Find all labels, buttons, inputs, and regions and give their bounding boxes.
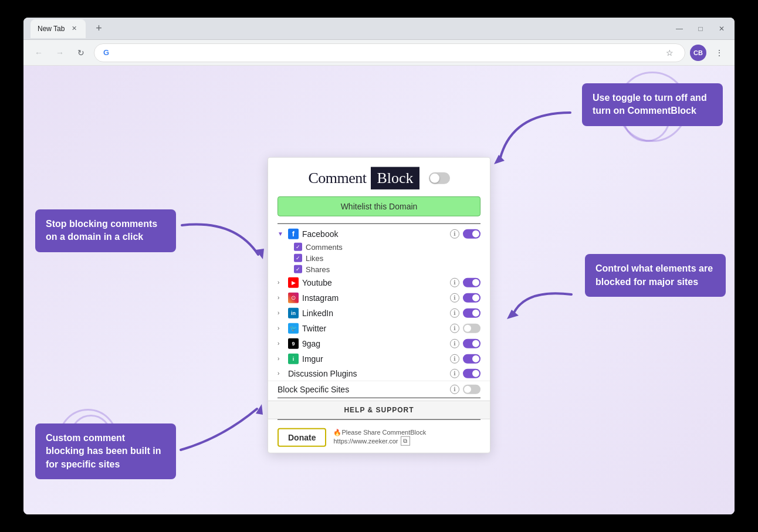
discussion-expand-arrow: › <box>278 370 285 377</box>
instagram-icon: ⊙ <box>288 292 299 303</box>
instagram-info-icon[interactable]: ℹ <box>450 293 459 302</box>
copy-icon[interactable]: ⧉ <box>401 436 410 446</box>
browser-menu-button[interactable]: ⋮ <box>711 45 727 61</box>
9gag-icon: 9 <box>288 338 299 348</box>
facebook-likes-item[interactable]: ✓ Likes <box>294 252 485 263</box>
comments-checkbox[interactable]: ✓ <box>294 243 302 251</box>
linkedin-toggle[interactable] <box>463 308 480 317</box>
likes-checkbox[interactable]: ✓ <box>294 254 302 262</box>
discussion-info-icon[interactable]: ℹ <box>450 368 459 378</box>
new-tab-button[interactable]: + <box>90 21 107 37</box>
facebook-comments-item[interactable]: ✓ Comments <box>294 241 485 252</box>
twitter-expand-arrow: › <box>278 325 285 331</box>
imgur-toggle[interactable] <box>463 354 480 363</box>
refresh-button[interactable]: ↻ <box>73 45 89 61</box>
footer-divider <box>278 419 480 419</box>
share-link: https://www.zeeker.cor ⧉ <box>333 436 426 446</box>
imgur-label: Imgur <box>302 354 446 363</box>
site-row-facebook[interactable]: ▼ f Facebook ℹ <box>273 226 485 241</box>
linkedin-label: LinkedIn <box>302 308 446 317</box>
active-tab[interactable]: New Tab ✕ <box>31 19 86 38</box>
close-button[interactable]: ✕ <box>716 23 727 35</box>
discussion-toggle[interactable] <box>463 368 480 378</box>
youtube-icon: ▶ <box>288 277 299 287</box>
arrow-whitelist <box>176 214 282 272</box>
extension-avatar[interactable]: CB <box>690 45 706 61</box>
back-button[interactable]: ← <box>31 45 47 61</box>
site-row-instagram[interactable]: › ⊙ Instagram ℹ <box>273 290 485 305</box>
tooltip-control-text: Control what elements are blocked for ma… <box>595 263 713 286</box>
tab-close-button[interactable]: ✕ <box>69 24 79 33</box>
popup-header: Comment Block <box>268 157 490 194</box>
minimize-button[interactable]: — <box>674 23 685 35</box>
shares-label: Shares <box>306 265 330 273</box>
discussion-label: Discussion Plugins <box>288 368 446 378</box>
block-specific-info-icon[interactable]: ℹ <box>450 384 459 394</box>
bookmark-icon[interactable]: ☆ <box>661 45 678 61</box>
instagram-expand-arrow: › <box>278 294 285 301</box>
tooltip-custom-text: Custom comment blocking has been built i… <box>46 433 161 469</box>
facebook-expand-arrow: ▼ <box>278 231 285 237</box>
youtube-label: Youtube <box>302 277 446 287</box>
window-controls: — □ ✕ <box>674 23 727 35</box>
tooltip-toggle: Use toggle to turn off and turn on Comme… <box>582 83 723 126</box>
shares-checkbox[interactable]: ✓ <box>294 265 302 273</box>
tab-title: New Tab <box>38 25 65 33</box>
facebook-toggle[interactable] <box>463 229 480 238</box>
svg-marker-0 <box>494 155 505 164</box>
9gag-label: 9gag <box>302 338 446 348</box>
donate-button[interactable]: Donate <box>278 428 326 446</box>
svg-marker-1 <box>507 310 519 319</box>
page-content: Comment Block Whitelist this Domain ▼ f … <box>23 66 735 514</box>
facebook-info-icon[interactable]: ℹ <box>450 229 459 238</box>
site-list: ▼ f Facebook ℹ ✓ Comments ✓ Likes <box>268 226 490 380</box>
arrow-control <box>489 277 583 324</box>
svg-marker-2 <box>256 249 264 259</box>
tooltip-toggle-text: Use toggle to turn off and turn on Comme… <box>593 93 707 116</box>
youtube-expand-arrow: › <box>278 279 285 286</box>
help-support-section[interactable]: HELP & SUPPORT <box>268 400 490 419</box>
twitter-info-icon[interactable]: ℹ <box>450 323 459 333</box>
tooltip-custom: Custom comment blocking has been built i… <box>35 423 176 479</box>
linkedin-expand-arrow: › <box>278 310 285 316</box>
tooltip-control: Control what elements are blocked for ma… <box>585 254 726 297</box>
facebook-label: Facebook <box>302 229 446 238</box>
extension-popup: Comment Block Whitelist this Domain ▼ f … <box>268 157 490 453</box>
block-specific-row[interactable]: Block Specific Sites ℹ <box>268 380 490 397</box>
toolbar: ← → ↻ G ☆ CB ⋮ <box>23 40 735 66</box>
linkedin-icon: in <box>288 307 299 318</box>
9gag-info-icon[interactable]: ℹ <box>450 338 459 348</box>
imgur-info-icon[interactable]: ℹ <box>450 354 459 363</box>
tooltip-whitelist-text: Stop blocking comments on a domain in a … <box>46 219 157 242</box>
site-row-youtube[interactable]: › ▶ Youtube ℹ <box>273 275 485 290</box>
top-divider <box>278 223 480 223</box>
linkedin-info-icon[interactable]: ℹ <box>450 308 459 317</box>
twitter-toggle[interactable] <box>463 323 480 333</box>
site-row-discussion[interactable]: › Discussion Plugins ℹ <box>273 366 485 380</box>
site-row-9gag[interactable]: › 9 9gag ℹ <box>273 336 485 351</box>
address-bar[interactable]: G ☆ <box>94 43 685 62</box>
site-row-twitter[interactable]: › 🐦 Twitter ℹ <box>273 320 485 336</box>
youtube-toggle[interactable] <box>463 277 480 287</box>
twitter-icon: 🐦 <box>288 323 299 333</box>
google-logo: G <box>101 48 111 57</box>
9gag-expand-arrow: › <box>278 340 285 347</box>
instagram-label: Instagram <box>302 293 446 302</box>
site-row-imgur[interactable]: › i Imgur ℹ <box>273 351 485 366</box>
forward-button[interactable]: → <box>52 45 68 61</box>
bottom-divider <box>278 397 480 398</box>
comments-label: Comments <box>306 242 343 251</box>
9gag-toggle[interactable] <box>463 338 480 348</box>
site-row-linkedin[interactable]: › in LinkedIn ℹ <box>273 305 485 320</box>
whitelist-button[interactable]: Whitelist this Domain <box>278 196 480 216</box>
block-specific-toggle[interactable] <box>463 384 480 394</box>
facebook-sub-items: ✓ Comments ✓ Likes ✓ Shares <box>273 241 485 275</box>
twitter-label: Twitter <box>302 323 446 333</box>
facebook-icon: f <box>288 228 299 239</box>
facebook-shares-item[interactable]: ✓ Shares <box>294 263 485 275</box>
master-toggle[interactable] <box>429 172 450 184</box>
instagram-toggle[interactable] <box>463 293 480 302</box>
maximize-button[interactable]: □ <box>695 23 706 35</box>
youtube-info-icon[interactable]: ℹ <box>450 277 459 287</box>
share-text: 🔥Please Share CommentBlock <box>333 429 426 436</box>
